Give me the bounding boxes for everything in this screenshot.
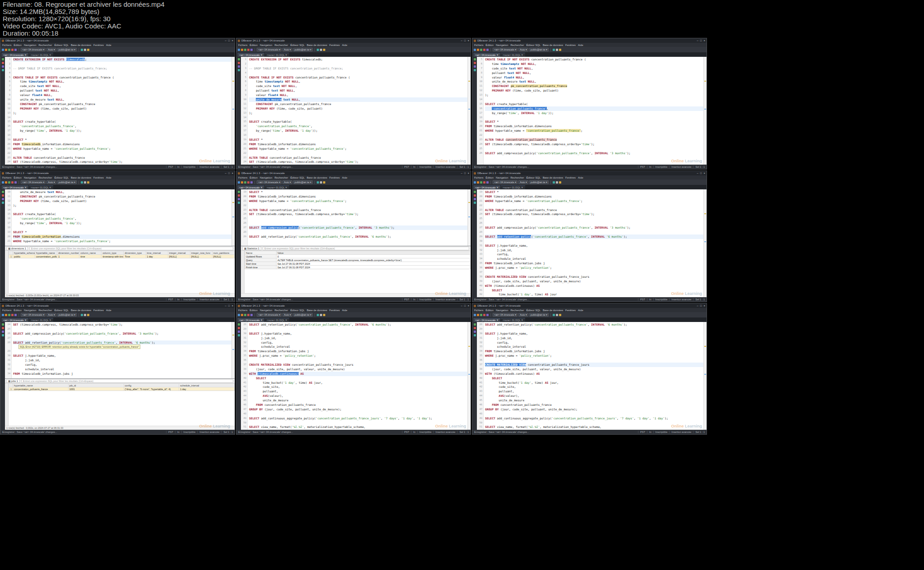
editor-tab[interactable]: <none> 01.DQL ✕ <box>29 318 53 322</box>
execute-script-icon[interactable] <box>11 49 14 51</box>
export-icon[interactable] <box>250 181 253 184</box>
table-cell[interactable]: {"drop_after": "6 mons", "hypertable_id"… <box>124 387 179 391</box>
database-navigator-icon[interactable] <box>2 58 4 60</box>
table-cell[interactable]: 1 day <box>179 387 235 391</box>
menu-base-de-donn-es[interactable]: Base de données <box>307 44 327 46</box>
search-icon[interactable] <box>474 198 476 200</box>
close-button[interactable]: × <box>467 39 469 42</box>
settings-icon[interactable] <box>320 181 322 184</box>
menu--dition[interactable]: Édition <box>14 309 22 312</box>
maximize-button[interactable]: □ <box>464 172 466 175</box>
menu-fen-tres[interactable]: Fenêtres <box>329 176 340 179</box>
column-header[interactable]: hypertable_schema <box>13 251 35 255</box>
sql-editor[interactable]: 123456789101112131415161718192021222324 … <box>241 57 471 165</box>
rollback-icon[interactable] <box>244 181 246 184</box>
execute-script-icon[interactable] <box>483 314 485 316</box>
menu-aide[interactable]: Aide <box>578 309 583 312</box>
menu--diteur-sql[interactable]: Éditeur SQL <box>54 309 69 312</box>
menu--dition[interactable]: Édition <box>485 176 494 179</box>
video-thumbnail[interactable]: DBeaver 24.1.3 - <air> 04.timescale –□× … <box>0 38 235 170</box>
toolbar-combo[interactable]: Auto ▾ <box>518 180 528 184</box>
video-thumbnail[interactable]: DBeaver 24.1.3 - <air> 04.timescale –□× … <box>472 170 707 302</box>
column-header[interactable]: integer_now_func <box>190 251 212 255</box>
menu--diteur-sql[interactable]: Éditeur SQL <box>526 44 541 46</box>
settings-icon[interactable] <box>320 49 322 51</box>
toolbar-combo[interactable]: Auto ▾ <box>518 313 528 317</box>
overview-ruler[interactable] <box>467 189 471 246</box>
menu-rechercher[interactable]: Rechercher <box>510 44 524 46</box>
menu--diteur-sql[interactable]: Éditeur SQL <box>526 309 541 312</box>
maximize-button[interactable]: □ <box>464 304 466 307</box>
menu-navigation[interactable]: Navigation <box>260 44 272 46</box>
search-icon[interactable] <box>238 198 240 200</box>
toolbar-combo[interactable]: <air> 04.timescale ▾ <box>257 313 282 317</box>
toolbar-combo[interactable]: <air> 04.timescale ▾ <box>21 48 46 51</box>
editor-tab[interactable]: <air> 04.timescale ✕ <box>237 185 264 189</box>
refresh-icon[interactable] <box>553 314 555 316</box>
close-button[interactable]: × <box>703 172 705 175</box>
editor-tab[interactable]: <none> 01.DQL ✕ <box>265 53 289 57</box>
editor-tab[interactable]: <air> 04.timescale ✕ <box>237 53 264 57</box>
maximize-button[interactable]: □ <box>464 39 466 42</box>
menu-aide[interactable]: Aide <box>106 176 111 179</box>
menu--dition[interactable]: Édition <box>14 44 22 46</box>
maximize-button[interactable]: □ <box>228 39 230 42</box>
menu-navigation[interactable]: Navigation <box>496 309 508 312</box>
settings-icon[interactable] <box>84 181 86 184</box>
connection-icon[interactable] <box>238 181 240 184</box>
execute-script-icon[interactable] <box>247 49 249 51</box>
menu-base-de-donn-es[interactable]: Base de données <box>71 309 91 312</box>
panel-icon[interactable] <box>323 314 325 316</box>
sql-editor[interactable]: 1920212223242526272829 SELECT *FROM time… <box>241 189 471 246</box>
menu-base-de-donn-es[interactable]: Base de données <box>543 309 563 312</box>
maximize-button[interactable]: □ <box>228 304 230 307</box>
toolbar-combo[interactable]: public@air.tw ▾ <box>529 313 549 317</box>
menu-navigation[interactable]: Navigation <box>24 44 36 46</box>
database-navigator-icon[interactable] <box>474 58 476 60</box>
sql-editor[interactable]: 2829303132333435363738394041424344454647… <box>477 322 707 430</box>
column-header[interactable]: dimension_type <box>124 251 146 255</box>
execute-script-icon[interactable] <box>483 181 485 184</box>
database-navigator-icon[interactable] <box>238 323 240 326</box>
minimize-button[interactable]: – <box>225 39 226 42</box>
panel-icon[interactable] <box>323 49 325 51</box>
bookmarks-icon[interactable] <box>2 334 4 336</box>
export-icon[interactable] <box>250 49 253 51</box>
menu-aide[interactable]: Aide <box>342 176 347 179</box>
connection-icon[interactable] <box>2 314 4 316</box>
menu-rechercher[interactable]: Rechercher <box>274 309 288 312</box>
bookmarks-icon[interactable] <box>238 69 240 71</box>
bookmarks-icon[interactable] <box>238 202 240 204</box>
editor-tab[interactable]: <none> 01.DQL ✕ <box>265 318 289 322</box>
toolbar-combo[interactable]: <air> 04.timescale ▾ <box>21 313 46 317</box>
panel-icon[interactable] <box>87 49 89 51</box>
toolbar-combo[interactable]: public@air.tw ▾ <box>529 48 549 51</box>
menu-fichiers[interactable]: Fichiers <box>474 309 483 312</box>
toolbar-combo[interactable]: public@air.tw ▾ <box>293 48 313 51</box>
refresh-icon[interactable] <box>81 181 83 184</box>
overview-ruler[interactable] <box>703 322 707 430</box>
projects-icon[interactable] <box>2 194 4 197</box>
menu-rechercher[interactable]: Rechercher <box>510 309 524 312</box>
refresh-icon[interactable] <box>553 181 555 184</box>
rollback-icon[interactable] <box>8 49 10 51</box>
toolbar-combo[interactable]: Auto ▾ <box>282 48 292 51</box>
commit-icon[interactable] <box>477 181 479 184</box>
toolbar-combo[interactable]: Auto ▾ <box>46 313 56 317</box>
menu-fichiers[interactable]: Fichiers <box>238 176 247 179</box>
minimize-button[interactable]: – <box>461 172 462 175</box>
settings-icon[interactable] <box>84 314 86 316</box>
table-row[interactable]: 1concentration_polluants_france1001{"dro… <box>9 387 235 391</box>
editor-tab[interactable]: <air> 04.timescale ✕ <box>1 185 28 189</box>
menu-navigation[interactable]: Navigation <box>260 176 272 179</box>
menu-navigation[interactable]: Navigation <box>496 44 508 46</box>
overview-ruler[interactable] <box>467 322 471 430</box>
panel-icon[interactable] <box>559 181 561 184</box>
menu-rechercher[interactable]: Rechercher <box>38 176 52 179</box>
commit-icon[interactable] <box>241 181 243 184</box>
menu-fen-tres[interactable]: Fenêtres <box>93 44 104 46</box>
database-navigator-icon[interactable] <box>238 191 240 193</box>
editor-tab[interactable]: <air> 04.timescale ✕ <box>1 318 28 322</box>
panel-icon[interactable] <box>87 314 89 316</box>
table-cell[interactable]: concentration_polluants_france <box>13 387 69 391</box>
